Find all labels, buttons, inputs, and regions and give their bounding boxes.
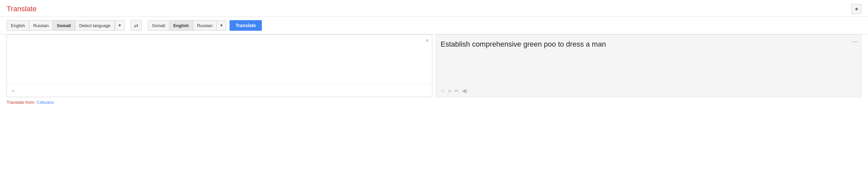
source-lang-dropdown[interactable]: ▼	[115, 20, 125, 31]
source-lang-somali[interactable]: Somali	[53, 20, 75, 31]
output-footer: ☆ ≡ ✏ ◀)	[436, 84, 861, 97]
target-lang-group: Somali English Russian ▼ Translate	[148, 20, 262, 31]
translate-from-label: Translate from:	[7, 100, 35, 105]
app-header: Translate ★	[0, 0, 868, 17]
output-panel: Establish comprehensive green poo to dre…	[436, 34, 861, 97]
app-title: Translate	[7, 5, 37, 13]
chevron-down-icon: ▼	[219, 23, 223, 28]
translated-text: Establish comprehensive green poo to dre…	[436, 35, 861, 54]
chevron-down-icon: ▼	[118, 23, 122, 28]
sound-output-icon[interactable]: ◀)	[462, 88, 468, 94]
toolbar: English Russian Somali Detect language ▼…	[0, 17, 868, 34]
input-panel: × ✏	[7, 34, 432, 97]
input-footer: ✏	[7, 84, 432, 97]
star-output-icon[interactable]: ☆	[441, 88, 445, 94]
pencil-output-icon[interactable]: ✏	[455, 88, 459, 94]
swap-icon: ⇄	[134, 23, 138, 29]
swap-languages-button[interactable]: ⇄	[131, 20, 142, 31]
source-lang-russian[interactable]: Russian	[29, 20, 53, 31]
source-lang-group: English Russian Somali Detect language ▼	[7, 20, 125, 31]
target-lang-somali[interactable]: Somali	[148, 20, 169, 31]
target-lang-english[interactable]: English	[169, 20, 193, 31]
output-minus-icon: —	[852, 38, 858, 45]
source-text-input[interactable]	[7, 35, 432, 84]
header-star-button[interactable]: ★	[851, 4, 861, 14]
translation-panels: × ✏ Establish comprehensive green poo to…	[0, 34, 868, 97]
output-text-container: Establish comprehensive green poo to dre…	[436, 35, 861, 84]
list-output-icon[interactable]: ≡	[448, 88, 451, 93]
translate-button[interactable]: Translate	[229, 20, 261, 31]
clear-input-button[interactable]: ×	[426, 38, 429, 43]
target-lang-dropdown[interactable]: ▼	[216, 20, 226, 31]
source-lang-row: Translate from: Cebuano	[0, 97, 868, 107]
source-lang-detect[interactable]: Detect language	[75, 20, 115, 31]
target-lang-russian[interactable]: Russian	[193, 20, 217, 31]
detected-lang-link[interactable]: Cebuano	[37, 100, 54, 105]
source-lang-english[interactable]: English	[7, 20, 29, 31]
edit-icon: ✏	[11, 88, 16, 93]
